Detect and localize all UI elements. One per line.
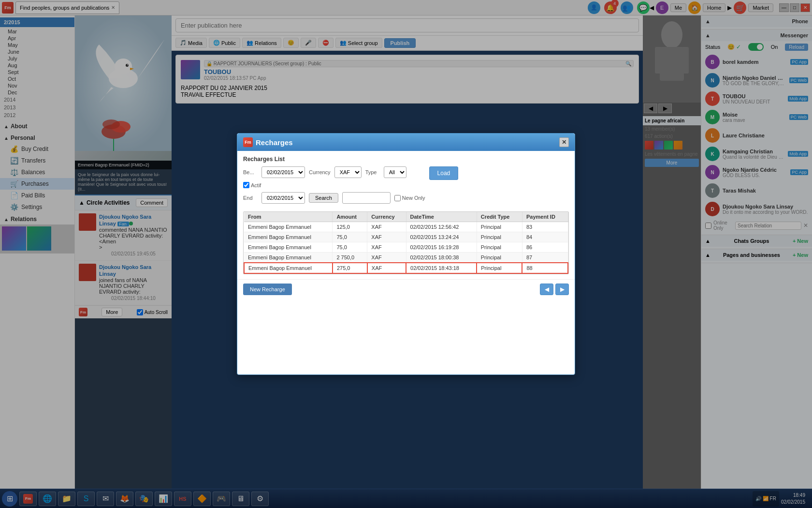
col-from: From [244, 212, 333, 222]
form-left: Be... 02/02/2015 Currency XAF Type All [243, 166, 425, 208]
col-payment-id: Payment ID [522, 212, 568, 222]
table-row[interactable]: Emmeni Bagop Emmanuel 2 750,0 XAF 02/02/… [244, 253, 568, 263]
col-datetime: DateTime [406, 212, 477, 222]
modal-footer: New Recharge ◀ ▶ [237, 279, 575, 299]
load-button[interactable]: Load [429, 166, 459, 180]
begin-date-select[interactable]: 02/02/2015 [261, 166, 305, 178]
modal-title: Recharges [256, 138, 293, 147]
begin-label: Be... [243, 169, 258, 175]
currency-select[interactable]: XAF [334, 166, 362, 178]
modal-fm-logo: Fm [243, 137, 253, 147]
form-row-actif: Actif [243, 182, 425, 188]
actif-checkbox[interactable] [243, 182, 249, 188]
col-credit-type: Credit Type [477, 212, 522, 222]
search-input[interactable] [342, 192, 391, 204]
modal-title-left: Fm Recharges [243, 137, 293, 147]
recharges-table: From Amount Currency DateTime Credit Typ… [244, 212, 568, 274]
form-area: Be... 02/02/2015 Currency XAF Type All [243, 166, 569, 208]
type-select[interactable]: All [384, 166, 406, 178]
search-button[interactable]: Search [309, 193, 338, 203]
col-currency: Currency [367, 212, 406, 222]
table-row[interactable]: Emmeni Bagop Emmanuel 75,0 XAF 02/02/201… [244, 242, 568, 253]
col-amount: Amount [333, 212, 367, 222]
end-date-select[interactable]: 02/02/2015 [261, 192, 305, 204]
modal-body: Recharges List Be... 02/02/2015 Currency… [237, 151, 575, 279]
table-header-row: From Amount Currency DateTime Credit Typ… [244, 212, 568, 222]
modal-overlay[interactable]: Fm Recharges ✕ Recharges List Be... 02/0… [0, 0, 812, 508]
footer-nav-buttons: ◀ ▶ [540, 284, 569, 295]
new-only-label[interactable]: New Only [394, 195, 425, 201]
footer-nav-prev[interactable]: ◀ [540, 284, 553, 295]
form-row-begin: Be... 02/02/2015 Currency XAF Type All [243, 166, 425, 178]
recharges-modal: Fm Recharges ✕ Recharges List Be... 02/0… [237, 133, 575, 375]
type-label: Type [365, 169, 380, 175]
actif-checkbox-label[interactable]: Actif [243, 182, 261, 188]
footer-nav-next[interactable]: ▶ [555, 284, 569, 295]
form-row-end: End 02/02/2015 Search New Only [243, 192, 425, 204]
table-row[interactable]: Emmeni Bagop Emmanuel 75,0 XAF 02/02/201… [244, 232, 568, 242]
new-only-checkbox[interactable] [394, 195, 401, 201]
table-row[interactable]: Emmeni Bagop Emmanuel 125,0 XAF 02/02/20… [244, 222, 568, 232]
modal-titlebar: Fm Recharges ✕ [237, 134, 575, 151]
table-row-selected[interactable]: Emmeni Bagop Emmanuel 275,0 XAF 02/02/20… [244, 263, 568, 273]
recharges-list-title: Recharges List [243, 156, 569, 163]
end-label: End [243, 195, 258, 201]
currency-label: Currency [309, 169, 331, 175]
table-body: Emmeni Bagop Emmanuel 125,0 XAF 02/02/20… [244, 222, 568, 274]
recharges-table-container: From Amount Currency DateTime Credit Typ… [243, 211, 569, 274]
modal-close-button[interactable]: ✕ [559, 137, 569, 147]
new-recharge-button[interactable]: New Recharge [243, 284, 292, 295]
